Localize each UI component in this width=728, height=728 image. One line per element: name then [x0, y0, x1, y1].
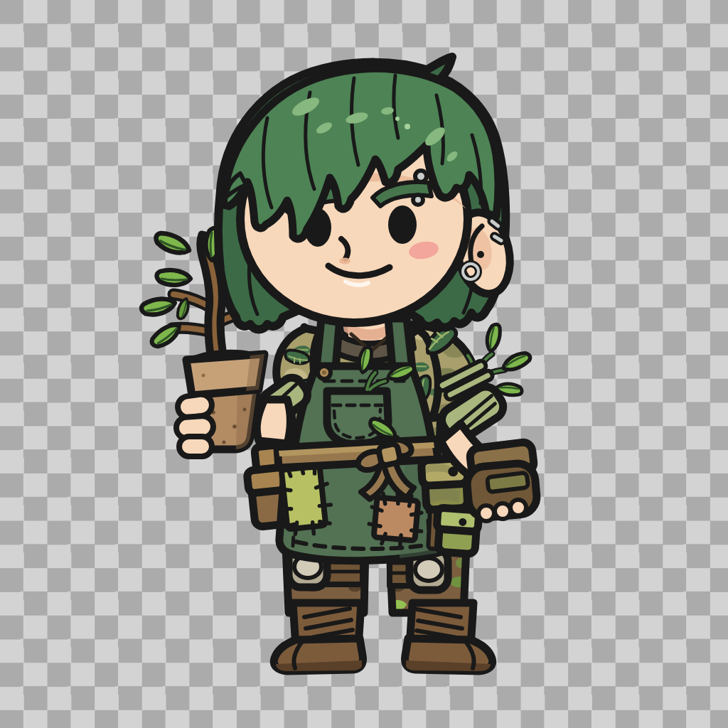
legs [274, 546, 492, 671]
left-forearm [257, 400, 290, 444]
character-illustration [0, 0, 728, 728]
right-glove [466, 441, 538, 521]
left-hand-fingers [176, 393, 214, 456]
glove-knuckle [495, 503, 510, 519]
glove-knuckle [510, 500, 526, 515]
transparency-checkerboard [0, 0, 728, 728]
apron-strap-right [388, 318, 412, 368]
eye-right [388, 205, 417, 244]
chest-pocket [327, 391, 388, 444]
glove-knuckle [478, 505, 494, 521]
ear-stud [477, 251, 484, 258]
left-leg [274, 546, 365, 671]
patch-tan [368, 491, 424, 547]
head [218, 57, 517, 330]
right-leg [390, 546, 493, 671]
right-boot [405, 603, 493, 671]
apron-strap-left [316, 318, 340, 368]
